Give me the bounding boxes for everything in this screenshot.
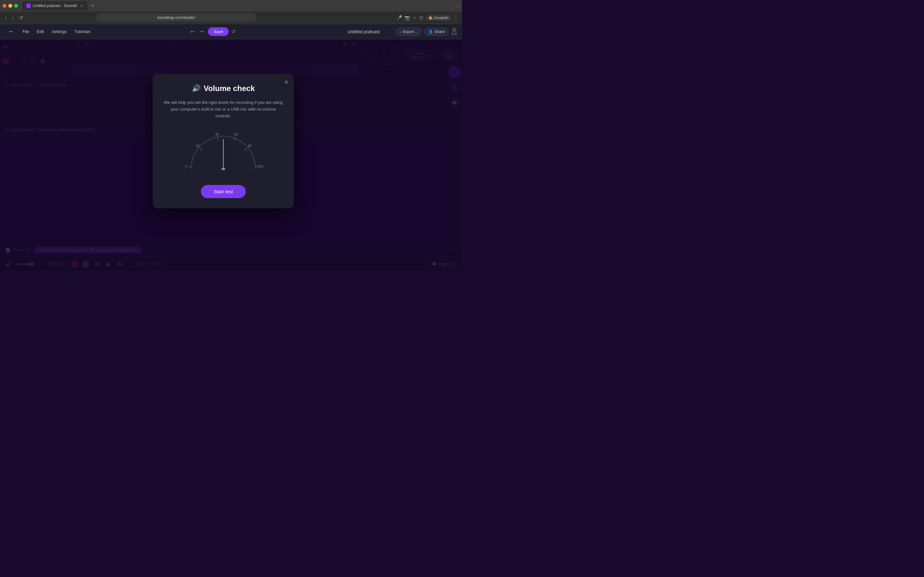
- camera-off-icon[interactable]: 📷: [405, 15, 410, 20]
- project-title: Untitled podcast: [331, 29, 396, 34]
- svg-text:40: 40: [215, 133, 219, 136]
- tab-close-button[interactable]: ✕: [79, 3, 84, 8]
- sync-button[interactable]: ↺: [231, 29, 236, 35]
- svg-line-11: [245, 148, 247, 151]
- new-tab-button[interactable]: +: [89, 2, 97, 10]
- tab-bar: Untitled podcast - Soundtr ✕ + ⌵: [0, 0, 462, 11]
- menu-tutorials[interactable]: Tutorials: [71, 28, 94, 35]
- address-bar: ‹ › ↺ 🎤 📷 ☆ ⊡ 🕵 Incognito ⋮: [0, 11, 462, 24]
- svg-line-7: [218, 137, 218, 140]
- menu-settings[interactable]: Settings: [48, 28, 70, 35]
- start-test-button[interactable]: Start test: [201, 185, 246, 198]
- more-options-icon[interactable]: ⋮: [454, 15, 458, 20]
- close-window-button[interactable]: [3, 4, 6, 8]
- svg-point-16: [221, 168, 225, 170]
- app-header: ↔ File Edit Settings Tutorials ↩ ↪ Save …: [0, 24, 462, 39]
- vu-meter-gauge: 0 20 40 60 80 100: [182, 130, 265, 175]
- back-button[interactable]: ‹: [4, 13, 8, 22]
- exit-area[interactable]: ⬛ Exit: [451, 28, 457, 35]
- exit-label: Exit: [451, 32, 457, 35]
- browser-tab[interactable]: Untitled podcast - Soundtr ✕: [23, 1, 87, 10]
- gauge-container: 0 20 40 60 80 100: [163, 130, 284, 175]
- speaker-icon: 🔊: [192, 84, 200, 93]
- svg-text:60: 60: [234, 133, 238, 136]
- tab-favicon: [26, 3, 31, 8]
- menu-file[interactable]: File: [19, 28, 32, 35]
- header-right: ↓ Export ⌵ 👤 Share ⬛ Exit: [396, 27, 457, 36]
- modal-title-row: 🔊 Volume check: [163, 84, 284, 93]
- mic-icon[interactable]: 🎤: [397, 15, 402, 20]
- modal-close-button[interactable]: ✕: [284, 79, 289, 86]
- url-input[interactable]: [96, 13, 256, 22]
- minimize-window-button[interactable]: [8, 4, 12, 8]
- volume-check-modal: ✕ 🔊 Volume check We will help you set th…: [153, 74, 294, 208]
- svg-line-5: [200, 148, 202, 151]
- export-icon: ↓: [400, 29, 402, 34]
- share-label: Share: [435, 29, 445, 34]
- header-center: ↩ ↪ Save ↺: [189, 27, 236, 36]
- tab-label: Untitled podcast - Soundtr: [33, 3, 78, 8]
- redo-button[interactable]: ↪: [199, 27, 205, 36]
- modal-title: Volume check: [204, 84, 255, 93]
- export-chevron-icon: ⌵: [415, 29, 417, 34]
- browser-chrome: Untitled podcast - Soundtr ✕ + ⌵ ‹ › ↺ 🎤…: [0, 0, 462, 24]
- forward-button[interactable]: ›: [11, 13, 15, 22]
- tab-expand-icon: ⌵: [457, 3, 459, 8]
- modal-description: We will help you set the right levels fo…: [163, 99, 284, 119]
- share-button[interactable]: 👤 Share: [424, 27, 449, 36]
- svg-text:80: 80: [248, 144, 252, 148]
- incognito-badge: 🕵 Incognito: [426, 15, 451, 21]
- export-button[interactable]: ↓ Export ⌵: [396, 27, 422, 36]
- svg-text:0: 0: [185, 165, 187, 168]
- share-icon: 👤: [428, 29, 433, 34]
- navigate-back-button[interactable]: ↔: [5, 26, 17, 37]
- modal-wrapper: ✕ 🔊 Volume check We will help you set th…: [0, 39, 447, 243]
- undo-button[interactable]: ↩: [189, 27, 196, 36]
- save-button[interactable]: Save: [208, 27, 229, 36]
- window-controls: [3, 4, 18, 8]
- browser-icons: 🎤 📷 ☆ ⊡ 🕵 Incognito ⋮: [397, 15, 458, 21]
- menu-edit[interactable]: Edit: [34, 28, 47, 35]
- export-label: Export: [403, 29, 414, 34]
- main-menu: File Edit Settings Tutorials: [19, 28, 94, 35]
- star-icon[interactable]: ☆: [413, 15, 417, 20]
- maximize-window-button[interactable]: [14, 4, 18, 8]
- exit-icon: ⬛: [452, 28, 457, 32]
- svg-text:20: 20: [196, 144, 200, 148]
- profile-icon[interactable]: ⊡: [419, 15, 423, 20]
- refresh-button[interactable]: ↺: [18, 13, 24, 22]
- incognito-label: Incognito: [434, 16, 449, 19]
- svg-text:100: 100: [258, 165, 263, 168]
- incognito-icon: 🕵: [428, 16, 433, 20]
